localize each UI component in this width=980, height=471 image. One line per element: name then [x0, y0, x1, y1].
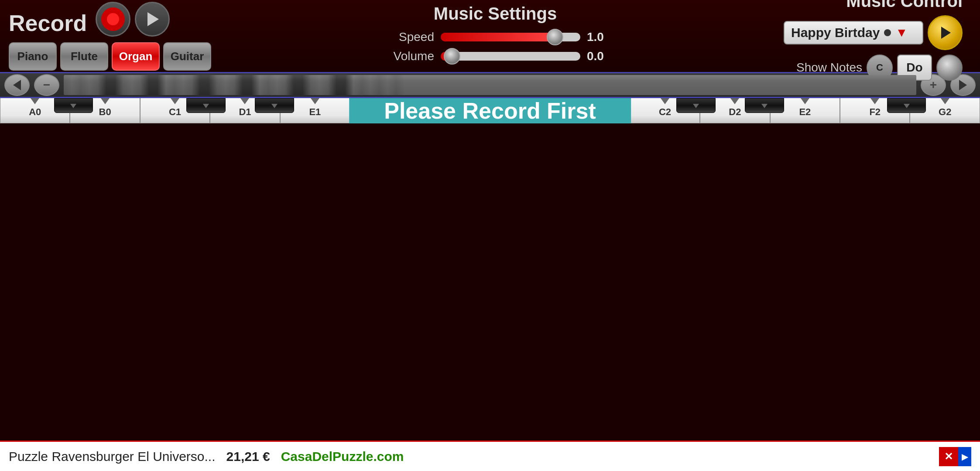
play-inner — [140, 7, 164, 31]
key-cs1-arrow — [203, 104, 209, 108]
song-name: Happy Birtday — [791, 25, 880, 40]
speed-thumb[interactable] — [547, 29, 563, 45]
key-c2-label: C2 — [659, 106, 671, 118]
scroll-left-icon — [13, 80, 21, 90]
mini-keyboard-display — [64, 75, 916, 95]
left-controls: Record Piano Flute — [9, 2, 211, 71]
song-dot-icon — [884, 29, 891, 36]
main-content: Record Piano Flute — [0, 0, 980, 440]
key-c1-arrow — [171, 98, 179, 104]
instrument-guitar[interactable]: Guitar — [163, 42, 211, 71]
key-ds1[interactable] — [255, 98, 294, 113]
key-f2-arrow — [870, 98, 879, 104]
key-a0-label: A0 — [29, 106, 41, 118]
key-g2-label: G2 — [939, 106, 951, 118]
music-control-row: Happy Birtday ▼ — [784, 15, 963, 50]
play-song-button[interactable] — [928, 15, 963, 50]
instrument-flute[interactable]: Flute — [60, 42, 108, 71]
key-cs2-arrow — [693, 104, 699, 108]
scroll-left-button[interactable] — [4, 74, 30, 96]
speed-value: 1.0 — [587, 30, 609, 44]
key-d1-arrow — [240, 98, 249, 104]
zoom-out-icon: − — [43, 79, 50, 91]
music-control-title: Music Control — [846, 0, 963, 11]
piano-container: A0 B0 C1 D1 E1 — [0, 98, 980, 440]
volume-value: 0.0 — [587, 49, 609, 63]
ad-text: Puzzle Ravensburger El Universo... 21,21… — [9, 449, 935, 464]
speed-label: Speed — [382, 30, 434, 44]
speed-row: Speed 1.0 — [382, 30, 609, 44]
key-as0[interactable] — [54, 98, 93, 113]
key-d1-label: D1 — [239, 106, 251, 118]
key-cs1[interactable] — [186, 98, 226, 113]
music-settings: Music Settings Speed 1.0 Volume 0.0 — [211, 4, 779, 68]
notes-knob[interactable] — [936, 55, 963, 81]
zoom-out-button[interactable]: − — [34, 74, 59, 96]
key-e2-label: E2 — [799, 106, 811, 118]
play-triangle-icon — [147, 12, 159, 26]
dropdown-arrow-icon: ▼ — [895, 26, 908, 40]
volume-row: Volume 0.0 — [382, 49, 609, 63]
record-button[interactable] — [96, 2, 130, 37]
key-b0-label: B0 — [99, 106, 111, 118]
key-e2-arrow — [801, 98, 809, 104]
key-b0-arrow — [101, 98, 110, 104]
mini-keyboard — [64, 75, 916, 95]
instrument-buttons: Piano Flute Organ Guitar — [9, 42, 211, 71]
play-song-triangle-icon — [941, 27, 951, 39]
volume-label: Volume — [382, 49, 434, 63]
record-dot — [107, 13, 119, 25]
instrument-organ[interactable]: Organ — [112, 42, 160, 71]
key-f2-label: F2 — [869, 106, 881, 118]
record-play-section: Record — [9, 2, 211, 37]
key-ds2-arrow — [761, 104, 768, 108]
ad-price: 21,21 € — [226, 449, 270, 464]
key-c1-label: C1 — [169, 106, 181, 118]
key-e1-label: E1 — [309, 106, 321, 118]
key-c2-arrow — [661, 98, 669, 104]
key-a0-arrow — [31, 98, 39, 104]
message-text: Please Record First — [384, 98, 596, 123]
key-e1-arrow — [311, 98, 319, 104]
show-notes-label: Show Notes — [796, 61, 862, 75]
music-settings-title: Music Settings — [434, 4, 557, 24]
key-fs2[interactable] — [887, 98, 926, 113]
volume-thumb[interactable] — [444, 48, 460, 65]
key-d2-arrow — [730, 98, 739, 104]
key-as0-arrow — [70, 104, 76, 108]
instrument-piano[interactable]: Piano — [9, 42, 57, 71]
message-overlay: Please Record First — [349, 98, 631, 123]
song-selector[interactable]: Happy Birtday ▼ — [784, 21, 923, 44]
close-ad-button[interactable]: ✕ — [939, 447, 958, 466]
zoom-in-icon: + — [930, 79, 937, 91]
key-cs2[interactable] — [676, 98, 716, 113]
play-button[interactable] — [135, 2, 170, 37]
ad-arrow-button[interactable]: ▶ — [958, 447, 971, 466]
volume-slider[interactable] — [441, 52, 580, 61]
bottom-ad-bar: Puzzle Ravensburger El Universo... 21,21… — [0, 440, 980, 471]
key-fs2-arrow — [904, 104, 910, 108]
top-bar: Record Piano Flute — [0, 0, 980, 72]
speed-slider[interactable] — [441, 33, 580, 41]
ad-link[interactable]: CasaDelPuzzle.com — [281, 449, 404, 464]
piano-area: A0 B0 C1 D1 E1 — [0, 98, 980, 123]
keyboard-nav: − + — [0, 72, 980, 98]
key-g2-arrow — [941, 98, 949, 104]
key-d2-label: D2 — [729, 106, 741, 118]
record-inner — [101, 7, 125, 31]
record-buttons — [96, 2, 170, 37]
key-ds2[interactable] — [745, 98, 784, 113]
key-ds1-arrow — [271, 104, 278, 108]
music-control: Music Control Happy Birtday ▼ Show Notes… — [779, 0, 963, 81]
scroll-right-icon — [959, 80, 967, 90]
record-label: Record — [9, 12, 87, 34]
ad-description: Puzzle Ravensburger El Universo... — [9, 449, 216, 464]
